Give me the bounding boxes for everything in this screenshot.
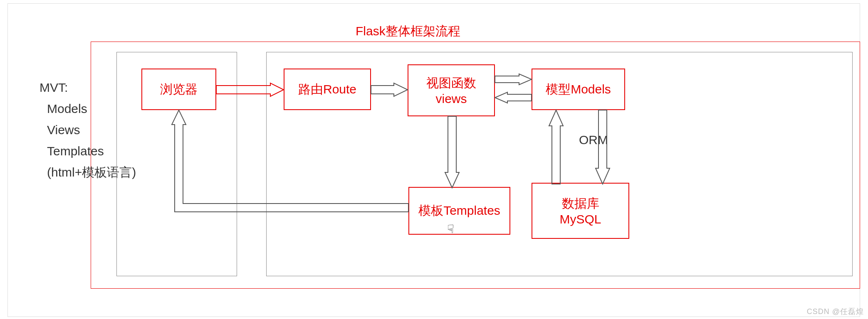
box-views: 视图函数 views bbox=[408, 64, 495, 116]
box-views-label1: 视图函数 bbox=[426, 75, 476, 92]
arrow-templates-to-browser bbox=[169, 110, 411, 214]
watermark: CSDN @任磊煌 bbox=[807, 307, 864, 317]
arrow-db-to-models bbox=[549, 110, 566, 185]
box-route: 路由Route bbox=[284, 69, 371, 110]
arrow-models-to-db bbox=[596, 110, 612, 185]
box-database: 数据库 MySQL bbox=[532, 183, 629, 239]
box-models-label: 模型Models bbox=[546, 81, 611, 98]
box-db-label1: 数据库 bbox=[562, 195, 599, 212]
arrow-route-to-views bbox=[371, 83, 408, 100]
diagram-title: Flask整体框架流程 bbox=[356, 23, 460, 40]
arrow-views-to-templates bbox=[445, 116, 462, 189]
box-db-label2: MySQL bbox=[559, 212, 601, 226]
box-templates: 模板Templates bbox=[408, 187, 510, 235]
arrow-models-to-views bbox=[495, 92, 532, 105]
arrow-views-to-models bbox=[495, 74, 532, 86]
box-browser: 浏览器 bbox=[141, 69, 216, 110]
cursor-icon: ☟ bbox=[447, 222, 454, 236]
box-models: 模型Models bbox=[532, 69, 625, 110]
box-templates-label: 模板Templates bbox=[418, 202, 500, 219]
box-views-label2: views bbox=[435, 92, 467, 106]
box-browser-label: 浏览器 bbox=[160, 81, 198, 98]
box-route-label: 路由Route bbox=[298, 81, 356, 98]
arrow-browser-to-route bbox=[216, 83, 285, 100]
